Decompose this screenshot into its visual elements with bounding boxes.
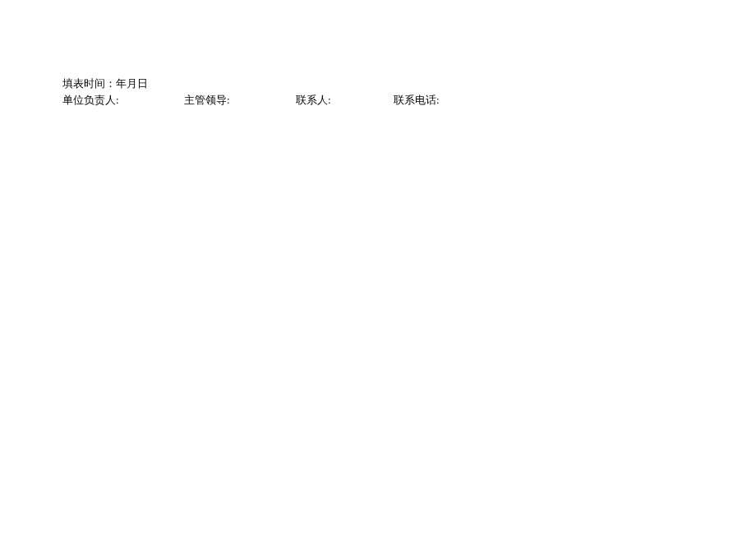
- contact-person-label: 联系人:: [296, 93, 394, 108]
- supervisor-label: 主管领导:: [184, 93, 296, 108]
- signature-line: 单位负责人: 主管领导: 联系人: 联系电话:: [62, 93, 440, 108]
- unit-responsible-label: 单位负责人:: [62, 93, 184, 108]
- fill-date-line: 填表时间：年月日: [62, 76, 440, 91]
- form-footer: 填表时间：年月日 单位负责人: 主管领导: 联系人: 联系电话:: [62, 76, 440, 108]
- contact-phone-label: 联系电话:: [394, 93, 440, 108]
- fill-date-label: 填表时间：年月日: [62, 77, 148, 90]
